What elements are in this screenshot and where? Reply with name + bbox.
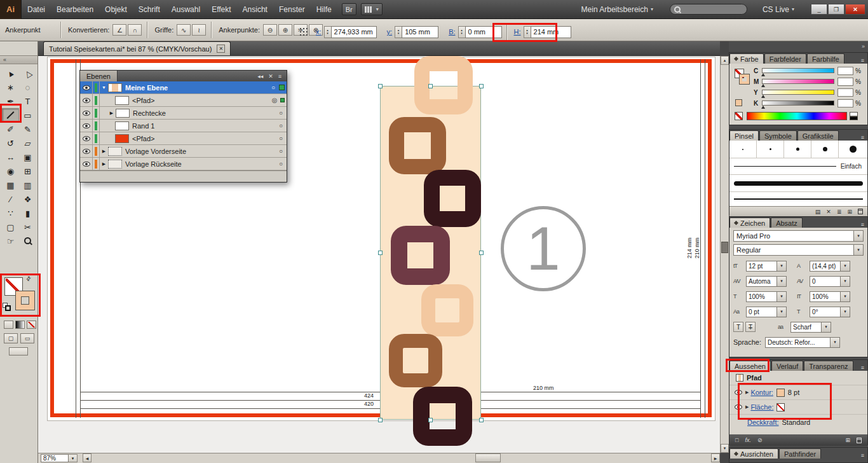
- dock-collapse-button[interactable]: »: [862, 43, 865, 50]
- artwork-rounded-square[interactable]: [421, 284, 473, 336]
- fill-attribute-row[interactable]: ▶ Fläche:: [729, 400, 867, 415]
- black-swatch[interactable]: [850, 116, 858, 120]
- panel-menu-icon[interactable]: ≡: [858, 452, 867, 459]
- target-icon[interactable]: ◎: [270, 97, 279, 104]
- target-icon[interactable]: ○: [276, 160, 285, 167]
- selection-handle[interactable]: [479, 251, 484, 255]
- magenta-value-input[interactable]: [837, 78, 853, 86]
- layer-name[interactable]: Rand 1: [132, 122, 276, 130]
- stroke-indicator[interactable]: [740, 74, 749, 84]
- add-effect-icon[interactable]: fx.: [745, 437, 751, 443]
- artboard-tool[interactable]: ▢: [2, 220, 19, 234]
- bridge-button[interactable]: Br: [342, 3, 356, 15]
- pencil-tool[interactable]: ✎: [19, 122, 36, 136]
- symbol-sprayer-tool[interactable]: ∵: [2, 206, 19, 220]
- height-label[interactable]: H:: [514, 28, 521, 36]
- black-slider-bar[interactable]: [762, 100, 834, 106]
- panel-close-icon[interactable]: ✕: [268, 73, 273, 79]
- reference-point-locator[interactable]: [300, 28, 308, 36]
- arrange-documents-button[interactable]: ▾: [361, 3, 383, 15]
- scroll-up-icon[interactable]: ▲: [721, 56, 729, 65]
- x-label[interactable]: x:: [316, 28, 322, 36]
- magenta-slider-bar[interactable]: [762, 79, 834, 84]
- x-input[interactable]: 274,933 mm: [331, 26, 377, 38]
- artwork-rounded-square[interactable]: [389, 334, 442, 387]
- language-select[interactable]: Deutsch: Refor...▾: [765, 337, 840, 348]
- y-input[interactable]: 105 mm: [402, 26, 438, 38]
- document-tab[interactable]: Tutorial Speisekarten.ai* bei 87 % (CMYK…: [43, 41, 231, 55]
- layer-thumbnail[interactable]: [108, 83, 122, 92]
- layer-row-rechtecke[interactable]: ▶ Rechtecke ○: [80, 107, 287, 120]
- rectangle-tool[interactable]: ▭: [19, 108, 36, 122]
- tab-verlauf[interactable]: Verlauf: [771, 361, 803, 371]
- menu-effekt[interactable]: Effekt: [206, 0, 236, 19]
- menu-fenster[interactable]: Fenster: [273, 0, 311, 19]
- minimize-button[interactable]: _: [811, 4, 827, 15]
- artwork-rounded-square[interactable]: [424, 170, 481, 227]
- tab-ebenen[interactable]: Ebenen: [80, 71, 118, 81]
- magenta-slider[interactable]: M %: [754, 77, 861, 86]
- selection-handle[interactable]: [378, 84, 383, 88]
- layer-row-meine-ebene[interactable]: ▼ Meine Ebene ○: [80, 81, 287, 94]
- x-stepper[interactable]: ▴▾: [324, 26, 331, 38]
- layer-row-pfad-1[interactable]: <Pfad> ◎: [80, 94, 287, 107]
- convert-to-corner-button[interactable]: ∠: [112, 24, 126, 36]
- character-rotation-input[interactable]: 0°▾: [810, 307, 850, 317]
- chevron-down-icon[interactable]: ▾: [840, 277, 850, 286]
- convert-to-smooth-button[interactable]: ∩: [128, 24, 142, 36]
- font-size-input[interactable]: 12 pt▾: [746, 261, 787, 272]
- layer-name[interactable]: Vorlage Vorderseite: [125, 148, 276, 155]
- chevron-down-icon[interactable]: ▾: [853, 231, 863, 241]
- toolbar-collapse-button[interactable]: «: [0, 55, 37, 64]
- chevron-down-icon[interactable]: ▾: [776, 307, 786, 317]
- target-icon[interactable]: ○: [276, 135, 285, 142]
- fill-link[interactable]: Fläche:: [750, 403, 773, 411]
- expand-icon[interactable]: ▶: [100, 162, 108, 167]
- menu-datei[interactable]: Datei: [22, 0, 51, 19]
- scroll-left-icon[interactable]: ◀: [83, 453, 92, 462]
- tracking-input[interactable]: 0▾: [810, 276, 850, 287]
- layer-row-pfad-2[interactable]: <Pfad> ○: [80, 132, 287, 145]
- selection-handle[interactable]: [479, 84, 484, 88]
- cyan-value-input[interactable]: [837, 67, 853, 75]
- expand-icon[interactable]: ▶: [100, 149, 108, 154]
- tab-transparenz[interactable]: Transparenz: [804, 361, 853, 371]
- appearance-target-row[interactable]: Pfad: [729, 371, 867, 385]
- draw-behind-button[interactable]: ▭: [20, 333, 34, 343]
- screen-mode-button[interactable]: [9, 347, 28, 356]
- type-tool[interactable]: T: [19, 94, 36, 108]
- panel-menu-icon[interactable]: ≡: [278, 73, 281, 79]
- visibility-toggle[interactable]: [80, 132, 93, 144]
- tab-farbe[interactable]: Farbe: [729, 53, 764, 64]
- layer-name[interactable]: <Pfad>: [132, 97, 270, 104]
- tab-zeichen[interactable]: Zeichen: [729, 218, 770, 228]
- target-icon[interactable]: ○: [276, 148, 285, 155]
- none-swatch[interactable]: [735, 112, 743, 120]
- chevron-down-icon[interactable]: ▾: [840, 261, 850, 271]
- yellow-slider-bar[interactable]: [762, 90, 834, 95]
- chevron-down-icon[interactable]: ▾: [840, 292, 850, 301]
- layer-name[interactable]: Vorlage Rückseite: [125, 160, 276, 168]
- width-stepper[interactable]: ▴▾: [458, 26, 465, 38]
- width-tool[interactable]: ↔: [2, 150, 19, 164]
- brush-swatch[interactable]: [784, 141, 811, 158]
- layers-panel-titlebar[interactable]: Ebenen ◂◂ ✕ ≡: [80, 71, 287, 81]
- brush-swatch-charcoal[interactable]: [729, 174, 867, 191]
- show-handles-button[interactable]: ∿: [177, 24, 191, 36]
- duplicate-item-icon[interactable]: ⊞: [845, 437, 850, 443]
- chevron-down-icon[interactable]: ▾: [776, 277, 786, 286]
- visibility-toggle[interactable]: [80, 120, 93, 132]
- target-icon[interactable]: ○: [269, 84, 278, 91]
- document-close-icon[interactable]: ✕: [217, 45, 225, 53]
- new-art-icon[interactable]: □: [735, 437, 738, 443]
- tab-symbole[interactable]: Symbole: [759, 130, 797, 141]
- selection-tool[interactable]: ▲: [2, 66, 19, 80]
- visibility-toggle[interactable]: [733, 404, 743, 410]
- tab-farbhilfe[interactable]: Farbhilfe: [807, 53, 844, 64]
- panel-collapse-icon[interactable]: ◂◂: [257, 73, 263, 79]
- visibility-toggle[interactable]: [80, 145, 93, 157]
- font-style-select[interactable]: Regular ▾: [733, 244, 864, 256]
- layer-row-rand-1[interactable]: Rand 1 ○: [80, 120, 287, 132]
- width-input[interactable]: 0 mm: [465, 26, 502, 38]
- cyan-slider[interactable]: C %: [754, 66, 861, 75]
